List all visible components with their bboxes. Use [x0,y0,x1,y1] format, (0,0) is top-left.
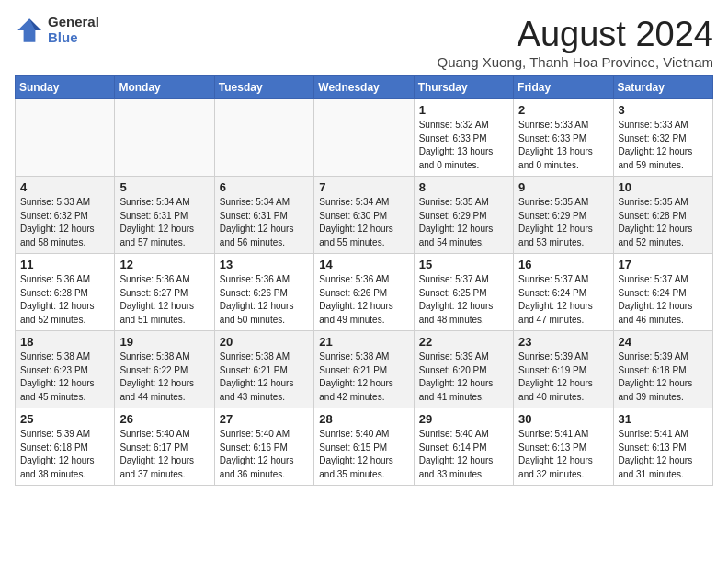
day-info: Sunrise: 5:34 AM Sunset: 6:30 PM Dayligh… [319,196,408,249]
weekday-header-sunday: Sunday [16,76,115,99]
day-info: Sunrise: 5:40 AM Sunset: 6:15 PM Dayligh… [319,428,408,481]
day-info: Sunrise: 5:39 AM Sunset: 6:19 PM Dayligh… [518,350,608,404]
calendar-cell: 29Sunrise: 5:40 AM Sunset: 6:14 PM Dayli… [414,408,513,486]
day-number: 2 [518,103,608,117]
day-info: Sunrise: 5:35 AM Sunset: 6:28 PM Dayligh… [619,196,708,249]
calendar-cell: 24Sunrise: 5:39 AM Sunset: 6:18 PM Dayli… [613,331,712,408]
day-number: 12 [119,258,209,271]
month-title: August 2024 [438,15,713,54]
day-info: Sunrise: 5:36 AM Sunset: 6:26 PM Dayligh… [319,273,408,327]
day-info: Sunrise: 5:40 AM Sunset: 6:16 PM Dayligh… [220,428,309,481]
calendar-cell: 3Sunrise: 5:33 AM Sunset: 6:32 PM Daylig… [613,99,712,177]
day-info: Sunrise: 5:41 AM Sunset: 6:13 PM Dayligh… [518,428,608,481]
day-info: Sunrise: 5:35 AM Sunset: 6:29 PM Dayligh… [518,196,608,249]
day-number: 19 [119,335,209,349]
calendar-cell: 7Sunrise: 5:34 AM Sunset: 6:30 PM Daylig… [314,177,414,254]
weekday-header-monday: Monday [115,76,214,99]
day-info: Sunrise: 5:33 AM Sunset: 6:32 PM Dayligh… [20,196,109,249]
calendar-cell: 10Sunrise: 5:35 AM Sunset: 6:28 PM Dayli… [613,177,712,254]
location-title: Quang Xuong, Thanh Hoa Province, Vietnam [438,54,713,70]
day-info: Sunrise: 5:34 AM Sunset: 6:31 PM Dayligh… [119,196,209,249]
calendar-cell: 22Sunrise: 5:39 AM Sunset: 6:20 PM Dayli… [414,331,513,408]
day-info: Sunrise: 5:38 AM Sunset: 6:21 PM Dayligh… [220,350,309,404]
day-number: 3 [619,103,708,117]
calendar-week-5: 25Sunrise: 5:39 AM Sunset: 6:18 PM Dayli… [16,408,713,486]
day-info: Sunrise: 5:35 AM Sunset: 6:29 PM Dayligh… [419,196,508,249]
logo-icon [15,16,44,45]
day-info: Sunrise: 5:41 AM Sunset: 6:13 PM Dayligh… [619,428,708,481]
day-number: 28 [319,412,408,426]
calendar-cell: 27Sunrise: 5:40 AM Sunset: 6:16 PM Dayli… [214,408,313,486]
calendar-cell: 14Sunrise: 5:36 AM Sunset: 6:26 PM Dayli… [314,254,414,331]
day-info: Sunrise: 5:33 AM Sunset: 6:32 PM Dayligh… [619,119,708,172]
calendar-cell: 28Sunrise: 5:40 AM Sunset: 6:15 PM Dayli… [314,408,414,486]
calendar-cell: 26Sunrise: 5:40 AM Sunset: 6:17 PM Dayli… [115,408,214,486]
day-info: Sunrise: 5:38 AM Sunset: 6:21 PM Dayligh… [319,350,408,404]
calendar-cell: 12Sunrise: 5:36 AM Sunset: 6:27 PM Dayli… [115,254,214,331]
day-number: 10 [619,180,708,194]
day-number: 5 [119,180,209,194]
day-info: Sunrise: 5:36 AM Sunset: 6:27 PM Dayligh… [119,273,209,327]
calendar-cell: 18Sunrise: 5:38 AM Sunset: 6:23 PM Dayli… [16,331,115,408]
calendar-table: SundayMondayTuesdayWednesdayThursdayFrid… [15,75,713,486]
day-info: Sunrise: 5:40 AM Sunset: 6:14 PM Dayligh… [419,428,508,481]
day-number: 11 [20,258,109,271]
weekday-header-tuesday: Tuesday [214,76,313,99]
calendar-week-1: 1Sunrise: 5:32 AM Sunset: 6:33 PM Daylig… [16,99,713,177]
logo-general-text: General [48,15,99,30]
day-number: 7 [319,180,408,194]
calendar-cell: 6Sunrise: 5:34 AM Sunset: 6:31 PM Daylig… [214,177,313,254]
calendar-week-2: 4Sunrise: 5:33 AM Sunset: 6:32 PM Daylig… [16,177,713,254]
calendar-cell [214,99,313,177]
logo-blue-text: Blue [48,30,99,46]
calendar-cell: 19Sunrise: 5:38 AM Sunset: 6:22 PM Dayli… [115,331,214,408]
calendar-cell: 31Sunrise: 5:41 AM Sunset: 6:13 PM Dayli… [613,408,712,486]
day-number: 15 [419,258,508,271]
day-info: Sunrise: 5:34 AM Sunset: 6:31 PM Dayligh… [220,196,309,249]
day-number: 24 [619,335,708,349]
day-info: Sunrise: 5:39 AM Sunset: 6:20 PM Dayligh… [419,350,508,404]
calendar-cell: 4Sunrise: 5:33 AM Sunset: 6:32 PM Daylig… [16,177,115,254]
day-info: Sunrise: 5:39 AM Sunset: 6:18 PM Dayligh… [619,350,708,404]
day-info: Sunrise: 5:33 AM Sunset: 6:33 PM Dayligh… [518,119,608,172]
calendar-cell: 15Sunrise: 5:37 AM Sunset: 6:25 PM Dayli… [414,254,513,331]
day-info: Sunrise: 5:37 AM Sunset: 6:24 PM Dayligh… [619,273,708,327]
calendar-cell: 21Sunrise: 5:38 AM Sunset: 6:21 PM Dayli… [314,331,414,408]
day-number: 14 [319,258,408,271]
logo-text: General Blue [48,15,99,45]
calendar-cell: 20Sunrise: 5:38 AM Sunset: 6:21 PM Dayli… [214,331,313,408]
day-number: 30 [518,412,608,426]
calendar-week-3: 11Sunrise: 5:36 AM Sunset: 6:28 PM Dayli… [16,254,713,331]
day-number: 22 [419,335,508,349]
day-number: 21 [319,335,408,349]
day-number: 8 [419,180,508,194]
calendar-cell: 13Sunrise: 5:36 AM Sunset: 6:26 PM Dayli… [214,254,313,331]
day-number: 4 [20,180,109,194]
calendar-cell: 11Sunrise: 5:36 AM Sunset: 6:28 PM Dayli… [16,254,115,331]
day-info: Sunrise: 5:36 AM Sunset: 6:28 PM Dayligh… [20,273,109,327]
calendar-cell: 1Sunrise: 5:32 AM Sunset: 6:33 PM Daylig… [414,99,513,177]
calendar-cell: 5Sunrise: 5:34 AM Sunset: 6:31 PM Daylig… [115,177,214,254]
day-number: 25 [20,412,109,426]
title-block: August 2024 Quang Xuong, Thanh Hoa Provi… [438,15,713,70]
day-number: 18 [20,335,109,349]
calendar-cell: 25Sunrise: 5:39 AM Sunset: 6:18 PM Dayli… [16,408,115,486]
day-info: Sunrise: 5:37 AM Sunset: 6:24 PM Dayligh… [518,273,608,327]
weekday-header-saturday: Saturday [613,76,712,99]
calendar-week-4: 18Sunrise: 5:38 AM Sunset: 6:23 PM Dayli… [16,331,713,408]
calendar-cell [115,99,214,177]
day-info: Sunrise: 5:32 AM Sunset: 6:33 PM Dayligh… [419,119,508,172]
day-number: 17 [619,258,708,271]
day-info: Sunrise: 5:39 AM Sunset: 6:18 PM Dayligh… [20,428,109,481]
calendar-cell [16,99,115,177]
day-number: 29 [419,412,508,426]
day-info: Sunrise: 5:38 AM Sunset: 6:22 PM Dayligh… [119,350,209,404]
calendar-cell: 30Sunrise: 5:41 AM Sunset: 6:13 PM Dayli… [514,408,613,486]
weekday-header-friday: Friday [514,76,613,99]
day-info: Sunrise: 5:37 AM Sunset: 6:25 PM Dayligh… [419,273,508,327]
day-number: 26 [119,412,209,426]
calendar-cell: 23Sunrise: 5:39 AM Sunset: 6:19 PM Dayli… [514,331,613,408]
weekday-header-thursday: Thursday [414,76,513,99]
day-number: 13 [220,258,309,271]
day-number: 16 [518,258,608,271]
